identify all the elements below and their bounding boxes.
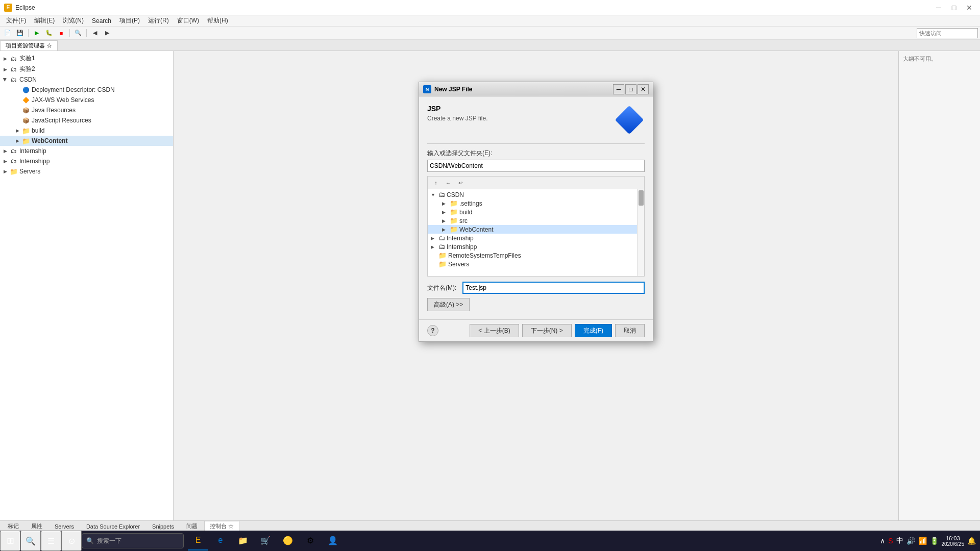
arrow-lab1[interactable]: ▶ — [2, 56, 8, 62]
file-tree-src[interactable]: ▶ 📁 src — [428, 216, 644, 225]
menu-project[interactable]: 项目(P) — [115, 15, 144, 26]
tab-properties[interactable]: 属性 — [26, 521, 48, 532]
dialog-minimize-button[interactable]: ─ — [613, 84, 624, 94]
menu-run[interactable]: 运行(R) — [144, 15, 173, 26]
file-tree-internship[interactable]: ▶ 🗂 Internship — [428, 234, 644, 242]
taskbar-app-ie[interactable]: e — [210, 531, 231, 550]
tree-item-lab1[interactable]: ▶ 🗂 实验1 — [0, 53, 173, 64]
file-tree-csdn[interactable]: ▼ 🗂 CSDN — [428, 190, 644, 199]
tree-item-internship[interactable]: ▶ 🗂 Internship — [0, 146, 173, 156]
file-tree-internshipp[interactable]: ▶ 🗂 Internshipp — [428, 242, 644, 251]
advanced-button[interactable]: 高级(A) >> — [427, 298, 470, 311]
arrow-internship[interactable]: ▶ — [2, 148, 8, 154]
taskbar-app-user[interactable]: 👤 — [323, 531, 343, 550]
menu-window[interactable]: 窗口(W) — [173, 15, 203, 26]
arrow-webcontent[interactable]: ▶ — [14, 138, 20, 144]
file-tree-arrow-internshipp[interactable]: ▶ — [431, 244, 437, 249]
file-tree-arrow-csdn[interactable]: ▼ — [431, 192, 437, 197]
start-button[interactable]: ⊞ — [0, 531, 20, 551]
tree-item-lab2[interactable]: ▶ 🗂 实验2 — [0, 64, 173, 74]
arrow-build[interactable]: ▶ — [14, 128, 20, 134]
file-tree-up-btn[interactable]: ↑ — [431, 178, 441, 187]
file-tree-arrow-src[interactable]: ▶ — [442, 218, 448, 223]
dialog-maximize-button[interactable]: □ — [625, 84, 636, 94]
tab-datasource[interactable]: Data Source Explorer — [81, 522, 145, 531]
taskbar-app-settings[interactable]: ⚙ — [300, 531, 321, 550]
tray-battery[interactable]: 🔋 — [930, 537, 939, 545]
tab-snippets[interactable]: Snippets — [146, 522, 180, 531]
back-button[interactable]: < 上一步(B) — [470, 324, 519, 337]
cancel-button[interactable]: 取消 — [615, 324, 645, 337]
menu-edit[interactable]: 编辑(E) — [30, 15, 59, 26]
arrow-internshipp[interactable]: ▶ — [2, 158, 8, 164]
search-button[interactable]: 🔍 — [20, 531, 41, 551]
debug-button[interactable]: 🐛 — [43, 28, 55, 39]
tray-sougou[interactable]: S — [888, 537, 893, 545]
panel-tab-project-explorer[interactable]: 项目资源管理器 ☆ — [0, 40, 58, 51]
file-tree-arrow-webcontent[interactable]: ▶ — [442, 227, 448, 232]
new-button[interactable]: 📄 — [2, 28, 13, 39]
tab-issues[interactable]: 问题 — [181, 521, 203, 532]
taskbar-app-store[interactable]: 🛒 — [255, 531, 276, 550]
dialog-close-button[interactable]: ✕ — [638, 84, 649, 94]
finish-button[interactable]: 完成(F) — [575, 324, 612, 337]
tab-console[interactable]: 控制台 ☆ — [204, 521, 239, 532]
arrow-servers[interactable]: ▶ — [2, 168, 8, 174]
arrow-csdn[interactable]: ▶ — [2, 77, 8, 83]
menu-browse[interactable]: 浏览(N) — [59, 15, 88, 26]
forward-button[interactable]: ▶ — [102, 28, 113, 39]
tray-wifi[interactable]: 📶 — [918, 537, 927, 545]
file-tree-scrollbar[interactable] — [637, 189, 644, 276]
save-button[interactable]: 💾 — [14, 28, 26, 39]
minimize-button[interactable]: ─ — [932, 2, 945, 13]
tree-item-webcontent[interactable]: ▶ 📁 WebContent — [0, 136, 173, 146]
tree-item-servers[interactable]: ▶ 📁 Servers — [0, 166, 173, 177]
tree-item-csdn[interactable]: ▶ 🗂 CSDN — [0, 74, 173, 85]
file-tree-back-btn[interactable]: ← — [443, 178, 453, 187]
filename-input[interactable] — [462, 282, 645, 294]
menu-file[interactable]: 文件(F) — [2, 15, 30, 26]
stop-button[interactable]: ■ — [56, 28, 67, 39]
maximize-button[interactable]: □ — [947, 2, 961, 13]
help-button[interactable]: ? — [427, 325, 438, 336]
tab-markers[interactable]: 标记 — [2, 521, 24, 532]
run-button[interactable]: ▶ — [31, 28, 42, 39]
descriptor-icon: 🔵 — [22, 86, 30, 94]
back-button[interactable]: ◀ — [89, 28, 101, 39]
tree-item-build[interactable]: ▶ 📁 build — [0, 126, 173, 136]
arrow-lab2[interactable]: ▶ — [2, 66, 8, 72]
menu-search[interactable]: Search — [88, 16, 115, 26]
tray-zh[interactable]: 中 — [896, 536, 903, 545]
tree-item-java-resources[interactable]: ▶ 📦 Java Resources — [0, 105, 173, 115]
file-tree-build[interactable]: ▶ 📁 build — [428, 208, 644, 216]
file-tree-arrow-settings[interactable]: ▶ — [442, 201, 448, 206]
quick-access-input[interactable] — [917, 28, 978, 38]
cortana-button[interactable]: ⊙ — [61, 531, 82, 551]
taskbar-search-area[interactable]: 🔍 搜索一下 — [82, 533, 184, 548]
file-tree-servers[interactable]: ▶ 📁 Servers — [428, 260, 644, 268]
menu-help[interactable]: 帮助(H) — [203, 15, 232, 26]
tray-volume[interactable]: 🔊 — [906, 537, 915, 545]
tray-arrow[interactable]: ∧ — [880, 537, 885, 545]
close-button[interactable]: ✕ — [963, 2, 976, 13]
tree-item-jaxws[interactable]: ▶ 🔶 JAX-WS Web Services — [0, 95, 173, 105]
task-view-button[interactable]: ☰ — [41, 531, 61, 551]
tree-item-internshipp[interactable]: ▶ 🗂 Internshipp — [0, 156, 173, 166]
taskbar-time[interactable]: 16:03 2020/6/25 — [942, 535, 965, 547]
file-tree-webcontent[interactable]: ▶ 📁 WebContent — [428, 225, 644, 234]
tree-item-deployment[interactable]: ▶ 🔵 Deployment Descriptor: CSDN — [0, 85, 173, 95]
file-tree-arrow-internship[interactable]: ▶ — [431, 236, 437, 241]
next-button[interactable]: 下一步(N) > — [522, 324, 572, 337]
file-tree-arrow-build[interactable]: ▶ — [442, 210, 448, 215]
file-tree-settings[interactable]: ▶ 📁 .settings — [428, 199, 644, 208]
parent-folder-input[interactable] — [427, 160, 645, 172]
taskbar-app-yellow[interactable]: 🟡 — [278, 531, 298, 550]
file-tree-forward-btn[interactable]: ↩ — [455, 178, 465, 187]
file-tree-remotesystems[interactable]: ▶ 📁 RemoteSystemsTempFiles — [428, 251, 644, 260]
taskbar-app-explorer[interactable]: 📁 — [233, 531, 253, 550]
taskbar-app-eclipse[interactable]: E — [188, 531, 208, 550]
tree-item-js-resources[interactable]: ▶ 📦 JavaScript Resources — [0, 115, 173, 126]
tab-servers[interactable]: Servers — [49, 522, 80, 531]
search-toolbar-button[interactable]: 🔍 — [72, 28, 84, 39]
tray-notification[interactable]: 🔔 — [967, 537, 976, 545]
